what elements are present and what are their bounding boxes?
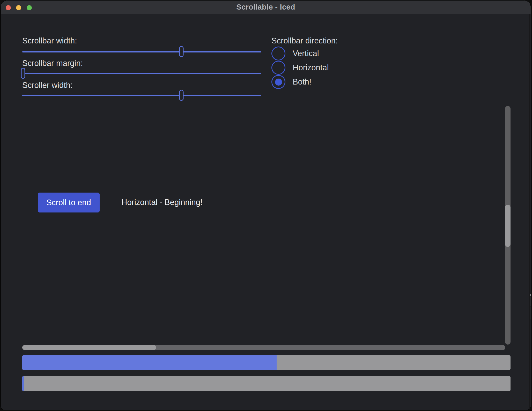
zoom-button[interactable] — [27, 5, 32, 10]
scroller-width-slider[interactable] — [22, 90, 261, 101]
radio-option-label: Horizontal — [293, 63, 329, 72]
radio-option-label: Both! — [293, 77, 311, 87]
slider-rail — [22, 51, 261, 52]
minimize-button[interactable] — [16, 5, 21, 10]
radio-dot-icon — [275, 50, 282, 57]
radio-circle-icon — [271, 75, 285, 89]
vertical-progress-bar — [22, 376, 511, 391]
scrollbar-margin-label: Scrollbar margin: — [22, 58, 83, 69]
radio-option-horizontal[interactable]: Horizontal — [271, 61, 329, 75]
outer-scrollbar-thumb[interactable] — [530, 294, 531, 296]
scroll-status-text: Horizontal - Beginning! — [121, 197, 203, 208]
slider-rail — [22, 95, 261, 96]
radio-option-vertical[interactable]: Vertical — [271, 47, 319, 60]
radio-option-both[interactable]: Both! — [271, 75, 311, 89]
radio-option-label: Vertical — [293, 49, 319, 58]
slider-handle[interactable] — [21, 68, 25, 79]
scroller-width-label: Scroller width: — [22, 80, 73, 91]
progress-fill — [22, 376, 24, 391]
horizontal-scrollbar-track[interactable] — [22, 345, 505, 350]
app-window: Scrollable - Iced Scrollbar width: Scrol… — [1, 1, 531, 410]
scrollbar-width-label: Scrollbar width: — [22, 35, 77, 47]
radio-circle-icon — [271, 61, 285, 75]
radio-dot-icon — [275, 79, 282, 86]
title-bar: Scrollable - Iced — [1, 1, 531, 14]
scrollbar-width-slider[interactable] — [22, 46, 261, 57]
horizontal-progress-bar — [22, 355, 511, 370]
scrollbar-margin-slider[interactable] — [22, 68, 261, 79]
slider-handle[interactable] — [179, 46, 183, 57]
progress-fill — [22, 355, 277, 370]
scrollbar-direction-label: Scrollbar direction: — [271, 35, 338, 47]
outer-scrollbar-segment — [530, 307, 531, 319]
vertical-scrollbar-track[interactable] — [505, 106, 511, 345]
slider-handle[interactable] — [179, 90, 183, 101]
radio-dot-icon — [275, 64, 282, 71]
outer-scrollbar-segment — [530, 296, 531, 306]
close-button[interactable] — [6, 5, 11, 10]
window-title: Scrollable - Iced — [1, 1, 531, 14]
horizontal-scrollbar-thumb[interactable] — [22, 345, 156, 350]
outer-scrollbar-track — [530, 14, 531, 410]
radio-circle-icon — [271, 47, 285, 60]
scroll-to-end-button[interactable]: Scroll to end — [38, 193, 100, 212]
vertical-scrollbar-thumb[interactable] — [505, 205, 511, 247]
slider-rail — [22, 73, 261, 74]
